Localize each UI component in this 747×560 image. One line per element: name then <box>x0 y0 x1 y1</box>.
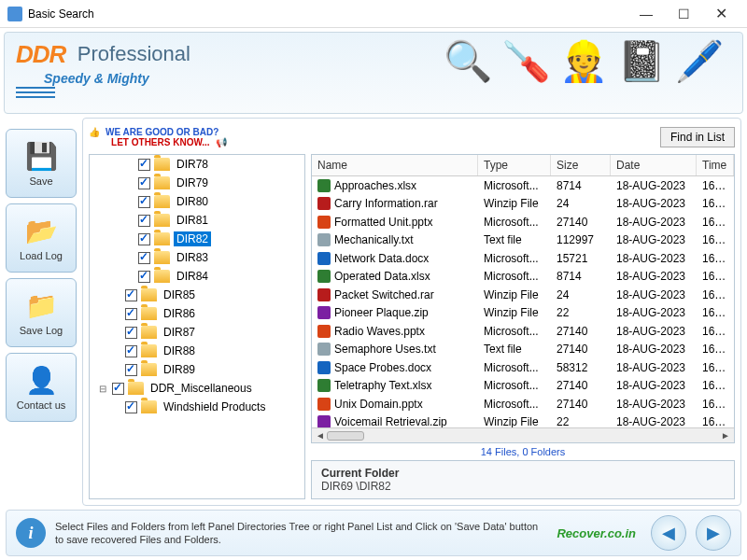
save-log-button[interactable]: 📁Save Log <box>6 278 77 347</box>
file-name: Approaches.xlsx <box>334 179 416 192</box>
tree-label[interactable]: DIR81 <box>174 213 211 228</box>
contact-button[interactable]: 👤Contact us <box>6 353 77 422</box>
tree-item[interactable]: DIR78 <box>90 155 304 174</box>
folder-icon <box>128 382 144 395</box>
tree-label[interactable]: DIR80 <box>174 194 211 209</box>
tree-label[interactable]: DIR86 <box>161 306 198 321</box>
window-title: Basic Search <box>28 7 627 21</box>
feedback-banner[interactable]: 👍 WE ARE GOOD OR BAD? LET OTHERS KNOW...… <box>89 127 651 147</box>
list-row[interactable]: Voicemail Retrieval.zipWinzip File2218-A… <box>312 413 734 428</box>
list-row[interactable]: Approaches.xlsxMicrosoft...871418-AUG-20… <box>312 176 734 195</box>
col-size[interactable]: Size <box>551 155 611 175</box>
tree-label[interactable]: DIR87 <box>161 325 198 340</box>
list-row[interactable]: Semaphore Uses.txtText file2714018-AUG-2… <box>312 341 734 359</box>
tree-checkbox[interactable] <box>112 383 124 395</box>
recover-link[interactable]: Recover.co.in <box>557 526 636 540</box>
file-time: 16:08 <box>697 325 734 338</box>
list-row[interactable]: Formatted Unit.pptxMicrosoft...2714018-A… <box>312 213 734 231</box>
list-row[interactable]: Network Data.docxMicrosoft...1572118-AUG… <box>312 249 734 268</box>
tree-checkbox[interactable] <box>125 345 137 357</box>
folder-icon <box>141 344 157 357</box>
col-type[interactable]: Type <box>478 155 551 175</box>
tree-item[interactable]: ⊟DDR_Miscellaneous <box>90 379 304 398</box>
list-row[interactable]: Mechanically.txtText file11299718-AUG-20… <box>312 231 734 250</box>
find-in-list-button[interactable]: Find in List <box>660 127 735 147</box>
tree-item[interactable]: DIR83 <box>90 248 304 267</box>
file-date: 18-AUG-2023 <box>611 343 697 356</box>
tree-checkbox[interactable] <box>138 196 150 208</box>
close-button[interactable]: ✕ <box>702 1 740 27</box>
tree-checkbox[interactable] <box>138 252 150 264</box>
horizontal-scrollbar[interactable]: ◄ ► <box>312 427 734 442</box>
tree-label[interactable]: DIR89 <box>161 362 198 377</box>
folder-icon <box>141 307 157 320</box>
tree-checkbox[interactable] <box>125 289 137 301</box>
tree-label[interactable]: DDR_Miscellaneous <box>148 381 255 396</box>
back-button[interactable]: ◀ <box>651 515 686 551</box>
file-size: 24 <box>551 288 611 301</box>
file-date: 18-AUG-2023 <box>611 197 697 210</box>
tree-label[interactable]: DIR84 <box>174 269 211 284</box>
maximize-button[interactable]: ☐ <box>665 1 702 27</box>
scroll-right-arrow[interactable]: ► <box>719 430 732 441</box>
tree-item[interactable]: DIR84 <box>90 267 304 286</box>
col-name[interactable]: Name <box>312 155 478 175</box>
logo-subtext: Professional <box>78 42 190 66</box>
list-row[interactable]: Carry Information.rarWinzip File2418-AUG… <box>312 195 734 214</box>
scroll-thumb[interactable] <box>327 431 364 441</box>
list-row[interactable]: Unix Domain.pptxMicrosoft...2714018-AUG-… <box>312 395 734 413</box>
tree-label[interactable]: DIR83 <box>174 250 211 265</box>
tree-item[interactable]: DIR87 <box>90 323 304 342</box>
file-icon <box>317 379 331 392</box>
tree-checkbox[interactable] <box>125 364 137 376</box>
load-log-button[interactable]: 📂Load Log <box>6 203 77 273</box>
tree-item[interactable]: DIR85 <box>90 286 304 304</box>
tree-checkbox[interactable] <box>138 177 150 189</box>
minimize-button[interactable]: — <box>627 1 665 27</box>
file-time: 16:11 <box>697 197 734 210</box>
scroll-left-arrow[interactable]: ◄ <box>314 430 327 441</box>
tree-checkbox[interactable] <box>138 159 150 171</box>
tree-checkbox[interactable] <box>125 308 137 320</box>
tree-label[interactable]: DIR79 <box>174 175 211 190</box>
file-size: 22 <box>551 415 611 427</box>
tree-checkbox[interactable] <box>138 215 150 227</box>
main: 💾Save📂Load Log📁Save Log👤Contact us 👍 WE … <box>0 118 747 506</box>
tree-checkbox[interactable] <box>138 233 150 245</box>
tree-item[interactable]: DIR88 <box>90 342 304 360</box>
list-row[interactable]: Space Probes.docxMicrosoft...5831218-AUG… <box>312 358 734 377</box>
list-row[interactable]: Packet Switched.rarWinzip File2418-AUG-2… <box>312 286 734 304</box>
list-row[interactable]: Teletraphy Text.xlsxMicrosoft...2714018-… <box>312 377 734 396</box>
col-date[interactable]: Date <box>611 155 697 175</box>
file-name: Space Probes.docx <box>334 361 431 374</box>
forward-button[interactable]: ▶ <box>696 515 731 551</box>
magnifier-icon: 🔍 <box>444 38 492 84</box>
col-time[interactable]: Time <box>697 155 734 175</box>
tree-label[interactable]: DIR82 <box>174 231 211 246</box>
tree-item[interactable]: DIR80 <box>90 192 304 211</box>
tree-label[interactable]: DIR85 <box>161 287 198 302</box>
tree-item[interactable]: DIR81 <box>90 211 304 230</box>
tree-checkbox[interactable] <box>138 271 150 283</box>
file-list[interactable]: Name Type Size Date Time Approaches.xlsx… <box>311 154 735 443</box>
list-body[interactable]: Approaches.xlsxMicrosoft...871418-AUG-20… <box>312 176 734 427</box>
tree-item[interactable]: DIR86 <box>90 304 304 323</box>
tree-item[interactable]: Windshield Products <box>90 398 304 416</box>
tree-item[interactable]: DIR89 <box>90 360 304 379</box>
list-header[interactable]: Name Type Size Date Time <box>312 155 734 176</box>
tree-expander[interactable]: ⊟ <box>97 384 108 394</box>
tree-checkbox[interactable] <box>125 327 137 339</box>
folder-icon <box>141 363 157 376</box>
tree-panel[interactable]: DIR78DIR79DIR80DIR81DIR82DIR83DIR84DIR85… <box>89 154 305 499</box>
list-row[interactable]: Pioneer Plaque.zipWinzip File2218-AUG-20… <box>312 304 734 323</box>
tree-label[interactable]: Windshield Products <box>161 399 268 414</box>
tree-label[interactable]: DIR78 <box>174 157 211 172</box>
save-button[interactable]: 💾Save <box>6 129 77 198</box>
list-row[interactable]: Operated Data.xlsxMicrosoft...871418-AUG… <box>312 268 734 287</box>
tree-item[interactable]: DIR79 <box>90 174 304 192</box>
tree-checkbox[interactable] <box>125 401 137 413</box>
file-icon <box>317 197 331 210</box>
list-row[interactable]: Radio Waves.pptxMicrosoft...2714018-AUG-… <box>312 322 734 341</box>
tree-item[interactable]: DIR82 <box>90 230 304 248</box>
tree-label[interactable]: DIR88 <box>161 343 198 358</box>
